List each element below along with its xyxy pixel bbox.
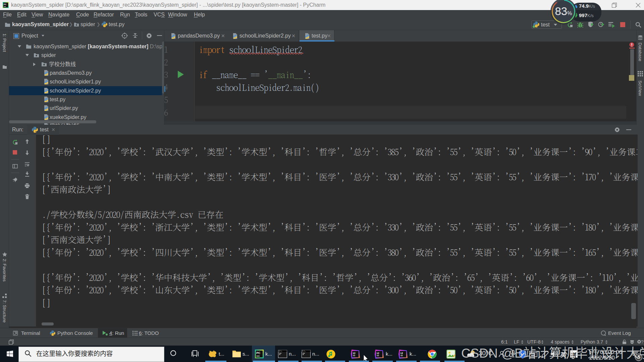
svg-text:PC: PC [4, 3, 7, 5]
svg-text:IJ: IJ [377, 352, 379, 355]
svg-text:C:\_: C:\_ [279, 350, 282, 352]
svg-text:C:\_: C:\_ [302, 350, 306, 352]
svg-text:IJ: IJ [400, 352, 403, 355]
svg-text:IJ: IJ [353, 352, 355, 355]
svg-text:PC: PC [256, 351, 261, 355]
